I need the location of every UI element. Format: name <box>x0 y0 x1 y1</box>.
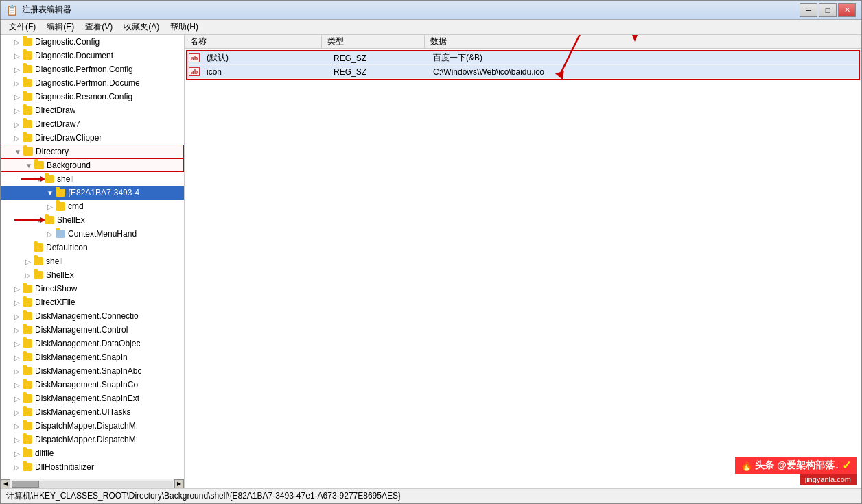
expander[interactable]: ▷ <box>12 338 23 349</box>
folder-icon <box>34 160 45 170</box>
scroll-track[interactable] <box>12 481 173 488</box>
tree-item-diag-perf-doc[interactable]: ▷ Diagnostic.Perfmon.Docume <box>1 76 184 90</box>
tree-item-diag-res[interactable]: ▷ Diagnostic.Resmon.Config <box>1 90 184 104</box>
column-header-name[interactable]: 名称 <box>185 35 322 48</box>
tree-item-diag-perf-config[interactable]: ▷ Diagnostic.Perfmon.Config <box>1 62 184 76</box>
main-content: ▷ Diagnostic.Config ▷ Diagnostic.Documen… <box>1 35 861 488</box>
folder-icon <box>34 243 45 252</box>
tree-item-diskmgmt-ui[interactable]: ▷ DiskManagement.UITasks <box>1 405 184 419</box>
scroll-right-btn[interactable]: ▶ <box>174 479 184 489</box>
tree-item-guid[interactable]: ▼ {E82A1BA7-3493-4 <box>1 186 184 200</box>
tree-item-diskmgmt-snapabc[interactable]: ▷ DiskManagement.SnapInAbc <box>1 364 184 378</box>
menu-view[interactable]: 查看(V) <box>80 20 118 34</box>
menu-help[interactable]: 帮助(H) <box>165 20 204 34</box>
expander-shellex2[interactable]: ▷ <box>23 269 34 280</box>
tree-item-dispatch1[interactable]: ▷ DispatchMapper.DispatchM: <box>1 419 184 433</box>
tree-label: DirectShow <box>35 284 77 293</box>
tree-item-background[interactable]: ▼ Background <box>1 158 184 172</box>
wm-text1: 头条 @爱架构部落↓ <box>755 459 839 472</box>
expander-shell2[interactable]: ▷ <box>23 256 34 267</box>
expander-icon[interactable]: ▷ <box>12 91 23 102</box>
scroll-left-btn[interactable]: ◀ <box>1 479 10 489</box>
tree-item-directxfile[interactable]: ▷ DirectXFile <box>1 296 184 309</box>
expander[interactable]: ▷ <box>12 324 23 335</box>
expander-icon[interactable]: ▷ <box>12 105 23 116</box>
reg-icon-icon: ab <box>187 67 201 76</box>
expander[interactable]: ▷ <box>12 352 23 363</box>
column-header-data[interactable]: 数据 <box>425 35 861 48</box>
expander-guid[interactable]: ▼ <box>45 187 56 198</box>
menu-edit[interactable]: 编辑(E) <box>41 20 80 34</box>
tree-item-diagnostic-config[interactable]: ▷ Diagnostic.Config <box>1 35 184 49</box>
tree-item-diskmgmt-snapext[interactable]: ▷ DiskManagement.SnapInExt <box>1 392 184 405</box>
tree-label: DiskManagement.UITasks <box>35 407 130 417</box>
reg-row-icon[interactable]: ab icon REG_SZ C:\Windows\Web\ico\baidu.… <box>187 65 859 79</box>
menu-file[interactable]: 文件(F) <box>3 20 41 34</box>
tree-item-shell[interactable]: ▷ shell <box>1 254 184 268</box>
tree-item-dllfile[interactable]: ▷ dllfile <box>1 446 184 460</box>
tree-item-diskmgmt-data[interactable]: ▷ DiskManagement.DataObjec <box>1 337 184 350</box>
close-button[interactable]: ✕ <box>838 3 856 17</box>
tree-item-shellex2[interactable]: ▷ ShellEx <box>1 268 184 282</box>
expander-directory[interactable]: ▼ <box>12 146 23 157</box>
tree-label: DispatchMapper.DispatchM: <box>35 435 138 444</box>
expander-cmd[interactable]: ▷ <box>45 201 56 212</box>
tree-item-shellex-sub[interactable]: ▼ ShellEx <box>1 213 184 227</box>
reg-name-default: (默认) <box>201 52 328 64</box>
tree-item-diskmgmt-ctrl[interactable]: ▷ DiskManagement.Control <box>1 323 184 337</box>
tree-item-directdraw[interactable]: ▷ DirectDraw <box>1 104 184 117</box>
restore-button[interactable]: □ <box>819 3 837 17</box>
tree-item-dllhost[interactable]: ▷ DllHostInitializer <box>1 460 184 474</box>
scroll-thumb[interactable] <box>12 481 39 488</box>
tree-label: shell <box>46 256 63 266</box>
expander-icon[interactable]: ▷ <box>12 119 23 130</box>
menu-favorites[interactable]: 收藏夹(A) <box>118 20 165 34</box>
expander-directshow[interactable]: ▷ <box>12 283 23 294</box>
folder-icon <box>45 215 56 225</box>
tree-item-shell-sub[interactable]: ▼ shell <box>1 172 184 186</box>
expander[interactable]: ▷ <box>12 407 23 418</box>
tree-item-dispatch2[interactable]: ▷ DispatchMapper.DispatchM: <box>1 433 184 446</box>
expander[interactable]: ▷ <box>12 379 23 390</box>
tree-item-diagnostic-document[interactable]: ▷ Diagnostic.Document <box>1 49 184 62</box>
tree-item-directory[interactable]: ▼ Directory <box>1 145 184 158</box>
reg-row-default[interactable]: ab (默认) REG_SZ 百度一下(&B) <box>187 51 859 65</box>
expander-contextmenu[interactable]: ▷ <box>45 228 56 239</box>
expander-directxfile[interactable]: ▷ <box>12 297 23 308</box>
expander-icon[interactable]: ▷ <box>12 77 23 88</box>
folder-icon <box>23 435 34 444</box>
minimize-button[interactable]: ─ <box>800 3 817 17</box>
expander[interactable]: ▷ <box>12 420 23 431</box>
expander[interactable]: ▷ <box>12 434 23 445</box>
tree-label: ShellEx <box>57 215 85 225</box>
expander-icon[interactable]: ▷ <box>12 36 23 47</box>
expander[interactable]: ▷ <box>12 365 23 376</box>
expander-icon[interactable]: ▷ <box>12 132 23 143</box>
tree-item-contextmenu[interactable]: ▷ ContextMenuHand <box>1 227 184 241</box>
expander-background[interactable]: ▼ <box>23 160 34 171</box>
tree-item-diskmgmt-snapinco[interactable]: ▷ DiskManagement.SnapInCo <box>1 378 184 392</box>
expander[interactable]: ▷ <box>12 448 23 459</box>
ab-icon2: ab <box>189 67 200 76</box>
tree-item-diskmgmt-conn[interactable]: ▷ DiskManagement.Connectio <box>1 309 184 323</box>
expander-shellex[interactable]: ▼ <box>34 215 45 226</box>
tree-item-directshow[interactable]: ▷ DirectShow <box>1 282 184 296</box>
column-header-type[interactable]: 类型 <box>322 35 425 48</box>
left-scrollbar-h[interactable]: ◀ ▶ <box>1 479 184 488</box>
tree-label: DirectDraw7 <box>35 119 80 129</box>
left-tree-panel[interactable]: ▷ Diagnostic.Config ▷ Diagnostic.Documen… <box>1 35 185 479</box>
expander-shell[interactable]: ▼ <box>34 173 45 184</box>
folder-icon <box>23 37 34 47</box>
highlighted-rows-box: ab (默认) REG_SZ 百度一下(&B) ab icon REG_SZ C… <box>186 50 860 80</box>
tree-item-directdraw7[interactable]: ▷ DirectDraw7 <box>1 117 184 131</box>
tree-item-directdraw-clipper[interactable]: ▷ DirectDrawClipper <box>1 131 184 145</box>
expander-icon[interactable]: ▷ <box>12 50 23 61</box>
tree-item-cmd[interactable]: ▷ cmd <box>1 200 184 213</box>
expander[interactable]: ▷ <box>12 461 23 472</box>
expander[interactable]: ▷ <box>12 311 23 322</box>
expander-icon[interactable]: ▷ <box>12 64 23 75</box>
tree-item-diskmgmt-snap[interactable]: ▷ DiskManagement.SnapIn <box>1 350 184 364</box>
right-panel-header: 名称 类型 数据 <box>185 35 861 49</box>
expander[interactable]: ▷ <box>12 393 23 404</box>
tree-item-defaulticon[interactable]: ▷ DefaultIcon <box>1 241 184 254</box>
